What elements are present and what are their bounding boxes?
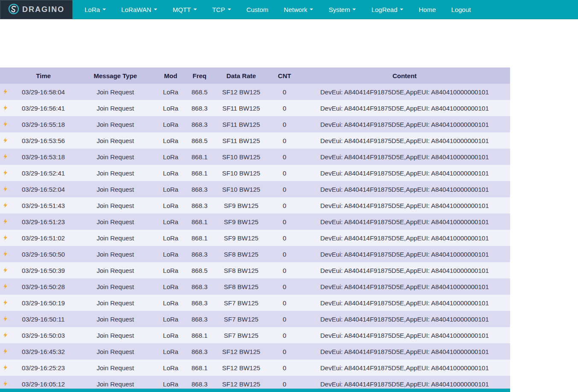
cell-time: 03/29-16:50:11 xyxy=(11,311,76,327)
table-row[interactable]: 03/29-16:55:18 Join Request LoRa 868.3 S… xyxy=(0,116,510,132)
cell-data-rate: SF12 BW125 xyxy=(212,343,270,360)
cell-cnt: 0 xyxy=(270,132,299,149)
nav-item-network[interactable]: Network xyxy=(277,0,320,19)
cell-mod: LoRa xyxy=(155,181,187,197)
cell-cnt: 0 xyxy=(270,278,299,295)
cell-freq: 868.5 xyxy=(187,132,212,149)
cell-mod: LoRa xyxy=(155,197,187,214)
cell-freq: 868.3 xyxy=(187,295,212,311)
cell-time: 03/29-16:50:28 xyxy=(11,278,76,295)
cell-freq: 868.1 xyxy=(187,149,212,165)
column-header-time: Time xyxy=(11,67,76,84)
cell-mod: LoRa xyxy=(155,295,187,311)
table-row[interactable]: 03/29-16:50:19 Join Request LoRa 868.3 S… xyxy=(0,295,510,311)
table-row[interactable]: 03/29-16:51:43 Join Request LoRa 868.3 S… xyxy=(0,197,510,214)
lightning-icon xyxy=(3,153,7,161)
table-row[interactable]: 03/29-16:53:56 Join Request LoRa 868.5 S… xyxy=(0,132,510,149)
footer-bar xyxy=(0,389,510,392)
lightning-icon xyxy=(3,137,7,144)
bolt-cell xyxy=(0,84,11,100)
nav-item-home[interactable]: Home xyxy=(412,0,442,19)
cell-cnt: 0 xyxy=(270,214,299,230)
cell-content: DevEui: A840414F91875D5E,AppEUI: A840410… xyxy=(299,295,510,311)
lightning-icon xyxy=(3,170,7,177)
cell-data-rate: SF12 BW125 xyxy=(212,360,270,376)
bolt-cell xyxy=(0,165,11,181)
table-row[interactable]: 03/29-16:51:02 Join Request LoRa 868.1 S… xyxy=(0,230,510,246)
table-row[interactable]: 03/29-16:45:32 Join Request LoRa 868.3 S… xyxy=(0,343,510,360)
table-row[interactable]: 03/29-16:51:23 Join Request LoRa 868.1 S… xyxy=(0,214,510,230)
bolt-cell xyxy=(0,230,11,246)
nav-item-logout[interactable]: Logout xyxy=(445,0,477,19)
cell-content: DevEui: A840414F91875D5E,AppEUI: A840410… xyxy=(299,116,510,132)
table-row[interactable]: 03/29-16:50:28 Join Request LoRa 868.3 S… xyxy=(0,278,510,295)
cell-data-rate: SF9 BW125 xyxy=(212,230,270,246)
table-row[interactable]: 03/29-16:53:18 Join Request LoRa 868.1 S… xyxy=(0,149,510,165)
nav-item-logread[interactable]: LogRead xyxy=(365,0,410,19)
cell-message-type: Join Request xyxy=(76,311,155,327)
cell-freq: 868.3 xyxy=(187,116,212,132)
cell-mod: LoRa xyxy=(155,262,187,278)
nav-item-tcp[interactable]: TCP xyxy=(206,0,238,19)
nav-item-custom[interactable]: Custom xyxy=(240,0,275,19)
cell-cnt: 0 xyxy=(270,149,299,165)
column-header-cnt: CNT xyxy=(270,67,299,84)
bolt-column-header xyxy=(0,67,11,84)
table-row[interactable]: 03/29-16:50:03 Join Request LoRa 868.1 S… xyxy=(0,327,510,343)
cell-freq: 868.3 xyxy=(187,246,212,262)
cell-content: DevEui: A840414F91875D5E,AppEUI: A840410… xyxy=(299,100,510,116)
cell-message-type: Join Request xyxy=(76,278,155,295)
cell-content: DevEui: A840414F91875D5E,AppEUI: A840410… xyxy=(299,343,510,360)
chevron-down-icon xyxy=(103,9,106,10)
table-row[interactable]: 03/29-16:50:50 Join Request LoRa 868.3 S… xyxy=(0,246,510,262)
table-row[interactable]: 03/29-16:52:04 Join Request LoRa 868.3 S… xyxy=(0,181,510,197)
bolt-cell xyxy=(0,197,11,214)
cell-message-type: Join Request xyxy=(76,327,155,343)
cell-freq: 868.1 xyxy=(187,214,212,230)
table-row[interactable]: 03/29-16:50:11 Join Request LoRa 868.3 S… xyxy=(0,311,510,327)
table-row[interactable]: 03/29-16:50:39 Join Request LoRa 868.5 S… xyxy=(0,262,510,278)
cell-content: DevEui: A840414F91875D5E,AppEUI: A840410… xyxy=(299,262,510,278)
chevron-down-icon xyxy=(352,9,356,10)
nav-item-label: LoRa xyxy=(85,6,100,13)
cell-cnt: 0 xyxy=(270,327,299,343)
lightning-icon xyxy=(3,121,7,128)
nav-item-lorawan[interactable]: LoRaWAN xyxy=(115,0,164,19)
cell-message-type: Join Request xyxy=(76,360,155,376)
table-row[interactable]: 03/29-16:52:41 Join Request LoRa 868.1 S… xyxy=(0,165,510,181)
cell-content: DevEui: A840414F91875D5E,AppEUI: A840410… xyxy=(299,181,510,197)
log-table-container: TimeMessage TypeModFreqData RateCNTConte… xyxy=(0,67,510,392)
table-row[interactable]: 03/29-16:25:23 Join Request LoRa 868.1 S… xyxy=(0,360,510,376)
chevron-down-icon xyxy=(154,9,157,10)
lightning-icon xyxy=(3,348,7,355)
cell-content: DevEui: A840414F91875D5E,AppEUI: A840410… xyxy=(299,165,510,181)
cell-freq: 868.3 xyxy=(187,311,212,327)
brand-logo[interactable]: DRAGINO xyxy=(0,0,73,19)
bolt-cell xyxy=(0,360,11,376)
nav-item-label: Custom xyxy=(246,6,269,13)
table-row[interactable]: 03/29-16:58:04 Join Request LoRa 868.5 S… xyxy=(0,84,510,100)
lightning-icon xyxy=(3,186,7,193)
bolt-cell xyxy=(0,181,11,197)
cell-data-rate: SF8 BW125 xyxy=(212,246,270,262)
cell-cnt: 0 xyxy=(270,181,299,197)
nav-item-label: Home xyxy=(419,6,436,13)
nav-item-system[interactable]: System xyxy=(322,0,362,19)
chevron-down-icon xyxy=(194,9,197,10)
column-header-message-type: Message Type xyxy=(76,67,155,84)
top-navigation-bar: DRAGINO LoRaLoRaWANMQTTTCPCustomNetworkS… xyxy=(0,0,578,19)
cell-data-rate: SF11 BW125 xyxy=(212,132,270,149)
nav-item-lora[interactable]: LoRa xyxy=(78,0,112,19)
bolt-cell xyxy=(0,278,11,295)
bolt-cell xyxy=(0,311,11,327)
bolt-cell xyxy=(0,295,11,311)
cell-mod: LoRa xyxy=(155,116,187,132)
cell-mod: LoRa xyxy=(155,230,187,246)
cell-content: DevEui: A840414F91875D5E,AppEUI: A840410… xyxy=(299,246,510,262)
nav-item-mqtt[interactable]: MQTT xyxy=(166,0,203,19)
cell-cnt: 0 xyxy=(270,84,299,100)
cell-message-type: Join Request xyxy=(76,100,155,116)
table-row[interactable]: 03/29-16:56:41 Join Request LoRa 868.3 S… xyxy=(0,100,510,116)
cell-content: DevEui: A840414F91875D5E,AppEUI: A840410… xyxy=(299,84,510,100)
cell-cnt: 0 xyxy=(270,116,299,132)
